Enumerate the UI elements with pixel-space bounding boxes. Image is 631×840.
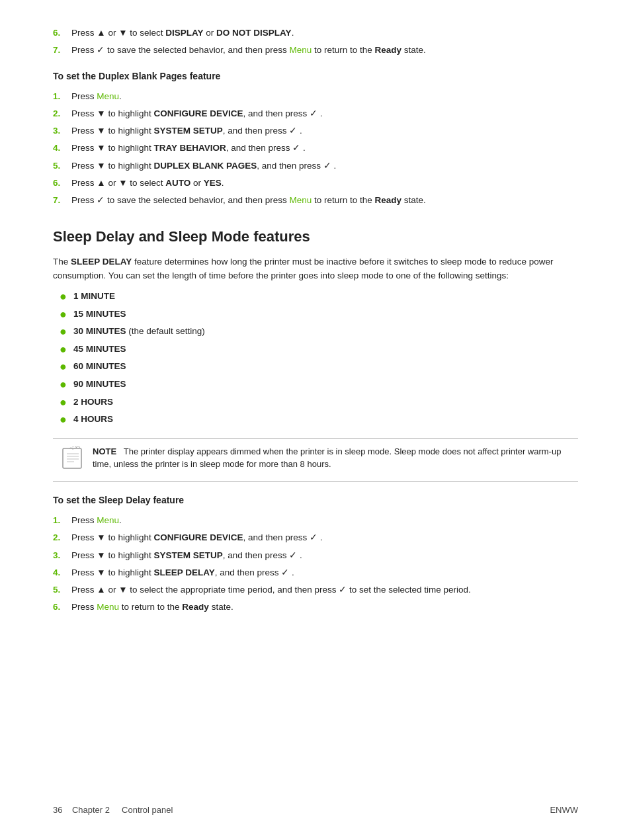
down-arrow-icon: ▼ bbox=[97, 567, 105, 577]
duplex-step-num-6: 6. bbox=[53, 177, 71, 190]
system-setup-label-s: SYSTEM SETUP bbox=[153, 550, 222, 560]
bullet-dot-icon: ● bbox=[60, 308, 67, 322]
step-content-6-top: Press ▲ or ▼ to select DISPLAY or DO NOT… bbox=[71, 26, 578, 40]
menu-link-d1[interactable]: Menu bbox=[97, 91, 119, 101]
configure-device-label-s: CONFIGURE DEVICE bbox=[153, 532, 243, 542]
duplex-step-num-7: 7. bbox=[53, 194, 71, 207]
sleep-step-content-5: Press ▲ or ▼ to select the appropriate t… bbox=[71, 583, 578, 597]
check-icon: ✓ bbox=[310, 532, 317, 542]
note-svg-icon bbox=[61, 446, 85, 470]
duplex-blank-pages-label: DUPLEX BLANK PAGES bbox=[153, 161, 257, 171]
down-arrow-icon: ▼ bbox=[97, 532, 105, 542]
duplex-step-7: 7. Press ✓ to save the selected behavior… bbox=[53, 194, 578, 207]
menu-link-d7[interactable]: Menu bbox=[289, 195, 312, 205]
bullet-dot-icon: ● bbox=[60, 325, 67, 339]
top-steps: 6. Press ▲ or ▼ to select DISPLAY or DO … bbox=[53, 26, 578, 58]
system-setup-label: SYSTEM SETUP bbox=[153, 126, 222, 136]
duplex-step-content-7: Press ✓ to save the selected behavior, a… bbox=[71, 194, 578, 207]
down-arrow-icon: ▼ bbox=[97, 161, 105, 171]
sleep-step-content-3: Press ▼ to highlight SYSTEM SETUP, and t… bbox=[71, 549, 578, 562]
auto-label: AUTO bbox=[165, 178, 190, 188]
step-6-top: 6. Press ▲ or ▼ to select DISPLAY or DO … bbox=[53, 26, 578, 40]
section-label: Control panel bbox=[122, 805, 173, 815]
duplex-step-content-4: Press ▼ to highlight TRAY BEHAVIOR, and … bbox=[71, 142, 578, 155]
configure-device-label: CONFIGURE DEVICE bbox=[153, 108, 243, 118]
bullet-text: 90 MINUTES bbox=[73, 378, 126, 391]
duplex-step-5: 5. Press ▼ to highlight DUPLEX BLANK PAG… bbox=[53, 159, 578, 173]
sleep-step-num-1: 1. bbox=[53, 514, 71, 527]
menu-link-top[interactable]: Menu bbox=[289, 45, 312, 55]
bullet-4-hours: ● 4 HOURS bbox=[53, 413, 578, 427]
sleep-step-4: 4. Press ▼ to highlight SLEEP DELAY, and… bbox=[53, 566, 578, 579]
duplex-steps: 1. Press Menu. 2. Press ▼ to highlight C… bbox=[53, 90, 578, 208]
sleep-step-num-4: 4. bbox=[53, 566, 71, 579]
yes-label: YES bbox=[204, 178, 222, 188]
bullet-60-minutes: ● 60 MINUTES bbox=[53, 360, 578, 374]
sleep-step-2: 2. Press ▼ to highlight CONFIGURE DEVICE… bbox=[53, 531, 578, 544]
down-arrow-icon: ▼ bbox=[97, 108, 105, 118]
page-number: 36 bbox=[53, 805, 62, 815]
duplex-step-content-5: Press ▼ to highlight DUPLEX BLANK PAGES,… bbox=[71, 159, 578, 173]
up-arrow-icon: ▲ bbox=[97, 178, 105, 188]
check-icon: ✓ bbox=[310, 108, 317, 118]
sleep-step-content-6: Press Menu to return to the Ready state. bbox=[71, 601, 578, 614]
duplex-step-content-1: Press Menu. bbox=[71, 90, 578, 103]
duplex-step-num-3: 3. bbox=[53, 124, 71, 138]
bullet-text: 30 MINUTES (the default setting) bbox=[73, 325, 205, 338]
bullet-dot-icon: ● bbox=[60, 413, 67, 427]
bullet-dot-icon: ● bbox=[60, 290, 67, 304]
note-body: The printer display appears dimmed when … bbox=[93, 446, 561, 470]
sleep-step-content-2: Press ▼ to highlight CONFIGURE DEVICE, a… bbox=[71, 531, 578, 544]
menu-link-s1[interactable]: Menu bbox=[97, 515, 119, 525]
ready-label: Ready bbox=[375, 45, 402, 55]
duplex-step-4: 4. Press ▼ to highlight TRAY BEHAVIOR, a… bbox=[53, 142, 578, 155]
duplex-step-content-6: Press ▲ or ▼ to select AUTO or YES. bbox=[71, 177, 578, 190]
page-footer: 36 Chapter 2 Control panel ENWW bbox=[53, 804, 578, 817]
sleep-delay-bullet-list: ● 1 MINUTE ● 15 MINUTES ● 30 MINUTES (th… bbox=[53, 290, 578, 427]
do-not-display-label: DO NOT DISPLAY bbox=[216, 28, 292, 38]
step-content-7-top: Press ✓ to save the selected behavior, a… bbox=[71, 44, 578, 57]
check-icon: ✓ bbox=[281, 567, 289, 577]
duplex-step-content-3: Press ▼ to highlight SYSTEM SETUP, and t… bbox=[71, 124, 578, 138]
check-icon: ✓ bbox=[339, 585, 347, 595]
note-box: NOTE The printer display appears dimmed … bbox=[53, 438, 578, 482]
bullet-text: 2 HOURS bbox=[73, 396, 113, 409]
bullet-text: 4 HOURS bbox=[73, 413, 113, 426]
duplex-step-num-2: 2. bbox=[53, 107, 71, 120]
duplex-step-1: 1. Press Menu. bbox=[53, 90, 578, 103]
sleep-delay-label: SLEEP DELAY bbox=[153, 567, 214, 577]
bullet-dot-icon: ● bbox=[60, 360, 67, 374]
bullet-dot-icon: ● bbox=[60, 396, 67, 410]
ready-label: Ready bbox=[375, 195, 402, 205]
bullet-45-minutes: ● 45 MINUTES bbox=[53, 343, 578, 357]
bullet-dot-icon: ● bbox=[60, 378, 67, 392]
sleep-delay-sub-heading: To set the Sleep Delay feature bbox=[53, 493, 578, 507]
sleep-delay-intro: The SLEEP DELAY feature determines how l… bbox=[53, 255, 578, 283]
bullet-text: 45 MINUTES bbox=[73, 343, 126, 356]
sleep-step-1: 1. Press Menu. bbox=[53, 514, 578, 527]
bullet-2-hours: ● 2 HOURS bbox=[53, 396, 578, 410]
note-icon bbox=[61, 446, 85, 474]
up-arrow-icon: ▲ bbox=[97, 28, 105, 38]
chapter-label: Chapter 2 bbox=[72, 805, 110, 815]
menu-link-s6[interactable]: Menu bbox=[97, 602, 119, 612]
sleep-delay-bold: SLEEP DELAY bbox=[71, 257, 132, 267]
check-icon: ✓ bbox=[323, 161, 331, 171]
duplex-section-heading: To set the Duplex Blank Pages feature bbox=[53, 69, 578, 83]
down-arrow-icon: ▼ bbox=[97, 550, 105, 560]
bullet-15-minutes: ● 15 MINUTES bbox=[53, 308, 578, 322]
svg-rect-0 bbox=[63, 448, 81, 468]
step-num-7-top: 7. bbox=[53, 44, 71, 57]
bullet-text: 1 MINUTE bbox=[73, 290, 115, 303]
down-arrow-icon: ▼ bbox=[118, 178, 127, 188]
duplex-step-3: 3. Press ▼ to highlight SYSTEM SETUP, an… bbox=[53, 124, 578, 138]
check-icon: ✓ bbox=[289, 126, 297, 136]
bullet-90-minutes: ● 90 MINUTES bbox=[53, 378, 578, 392]
duplex-step-num-4: 4. bbox=[53, 142, 71, 155]
duplex-step-6: 6. Press ▲ or ▼ to select AUTO or YES. bbox=[53, 177, 578, 190]
sleep-step-num-2: 2. bbox=[53, 531, 71, 544]
sleep-step-num-5: 5. bbox=[53, 583, 71, 597]
down-arrow-icon: ▼ bbox=[118, 28, 127, 38]
down-arrow-icon: ▼ bbox=[118, 585, 127, 595]
down-arrow-icon: ▼ bbox=[97, 143, 105, 153]
